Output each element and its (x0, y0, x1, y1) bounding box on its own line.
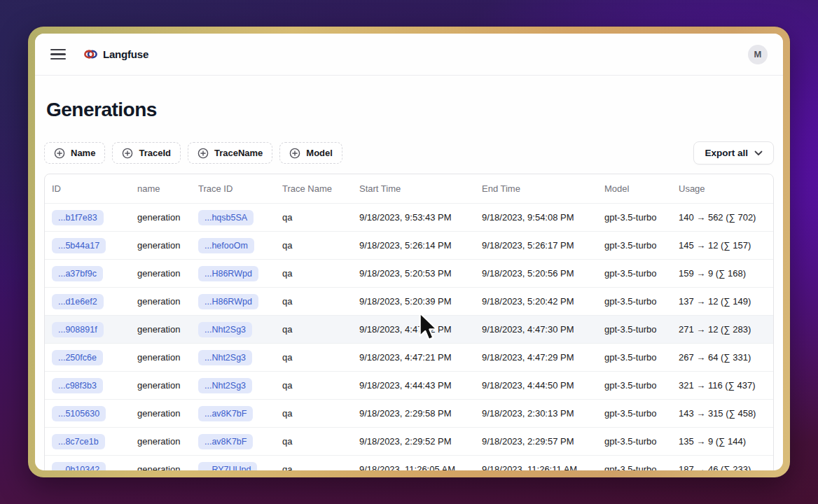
filter-label: TraceId (139, 148, 171, 158)
trace-id-link[interactable]: ...H86RWpd (198, 294, 258, 309)
filter-label: TraceName (214, 148, 263, 158)
table-row[interactable]: ...908891fgeneration...Nht2Sg3qa9/18/202… (45, 315, 773, 343)
table-row[interactable]: ...a37bf9cgeneration...H86RWpdqa9/18/202… (45, 259, 773, 287)
cell-usage: 187 → 46 (∑ 233) (672, 464, 773, 470)
cell-trace_name: qa (275, 212, 352, 223)
cell-usage: 267 → 64 (∑ 331) (672, 352, 773, 363)
column-header-start_time: Start Time (352, 183, 475, 194)
menu-icon[interactable] (50, 49, 66, 60)
generation-id-link[interactable]: ...0b10342 (52, 462, 106, 471)
cell-trace_id: ...Nht2Sg3 (191, 350, 275, 365)
cell-model: gpt-3.5-turbo (597, 212, 672, 223)
cell-id: ...0b10342 (45, 462, 130, 471)
cell-trace_id: ...H86RWpd (191, 266, 275, 281)
user-avatar[interactable]: M (748, 45, 768, 64)
column-header-id: ID (45, 183, 130, 194)
cell-trace_id: ...RY7UUpd (191, 462, 275, 471)
export-all-button[interactable]: Export all (693, 141, 774, 164)
table-header-row: IDnameTrace IDTrace NameStart TimeEnd Ti… (45, 174, 773, 203)
table-row[interactable]: ...0b10342generation...RY7UUpdqa9/18/202… (45, 455, 773, 470)
trace-id-link[interactable]: ...RY7UUpd (198, 462, 257, 471)
filter-button-model[interactable]: Model (279, 142, 342, 164)
cell-end_time: 9/18/2023, 2:29:57 PM (475, 436, 597, 447)
plus-circle-icon (289, 148, 300, 159)
filter-label: Name (71, 148, 95, 158)
app-window-frame: Langfuse M Generations NameTraceIdTraceN… (28, 27, 790, 477)
cell-id: ...c98f3b3 (45, 378, 130, 393)
cell-trace_id: ...hqsb5SA (191, 210, 275, 225)
filter-button-name[interactable]: Name (44, 142, 105, 164)
generation-id-link[interactable]: ...5b44a17 (52, 238, 106, 253)
cell-trace_id: ...hefooOm (191, 238, 275, 253)
cell-end_time: 9/18/2023, 5:20:42 PM (475, 296, 597, 307)
cell-trace_name: qa (275, 436, 352, 447)
trace-id-link[interactable]: ...av8K7bF (198, 406, 253, 421)
trace-id-link[interactable]: ...H86RWpd (198, 266, 258, 281)
cell-start_time: 9/18/2023, 4:47:22 PM (352, 324, 475, 335)
cell-id: ...d1e6ef2 (45, 294, 130, 309)
table-row[interactable]: ...5b44a17generation...hefooOmqa9/18/202… (45, 231, 773, 259)
cell-trace_name: qa (275, 296, 352, 307)
table-row[interactable]: ...5105630generation...av8K7bFqa9/18/202… (45, 399, 773, 427)
page-title: Generations (44, 98, 774, 122)
cell-end_time: 9/18/2023, 11:26:11 AM (475, 464, 597, 470)
cell-end_time: 9/18/2023, 2:30:13 PM (475, 408, 597, 419)
cell-start_time: 9/18/2023, 2:29:58 PM (352, 408, 475, 419)
generation-id-link[interactable]: ...d1e6ef2 (52, 294, 104, 309)
trace-id-link[interactable]: ...hqsb5SA (198, 210, 254, 225)
cell-usage: 140 → 562 (∑ 702) (672, 212, 773, 223)
generation-id-link[interactable]: ...b1f7e83 (52, 210, 104, 225)
table-row[interactable]: ...c98f3b3generation...Nht2Sg3qa9/18/202… (45, 371, 773, 399)
chevron-down-icon (754, 150, 763, 156)
column-header-name: name (130, 183, 191, 194)
cell-name: generation (130, 436, 191, 447)
generation-id-link[interactable]: ...8c7ce1b (52, 434, 105, 449)
cell-start_time: 9/18/2023, 5:20:39 PM (352, 296, 475, 307)
generation-id-link[interactable]: ...5105630 (52, 406, 106, 421)
table-row[interactable]: ...8c7ce1bgeneration...av8K7bFqa9/18/202… (45, 427, 773, 455)
cell-start_time: 9/18/2023, 4:44:43 PM (352, 380, 475, 391)
table-row[interactable]: ...b1f7e83generation...hqsb5SAqa9/18/202… (45, 203, 773, 231)
cell-trace_name: qa (275, 408, 352, 419)
cell-model: gpt-3.5-turbo (597, 240, 672, 251)
filter-button-tracename[interactable]: TraceName (188, 142, 272, 164)
cell-trace_name: qa (275, 240, 352, 251)
export-all-label: Export all (705, 148, 748, 158)
trace-id-link[interactable]: ...av8K7bF (198, 434, 253, 449)
plus-circle-icon (122, 148, 133, 159)
cell-id: ...250fc6e (45, 350, 130, 365)
cell-trace_id: ...av8K7bF (191, 434, 275, 449)
column-header-usage: Usage (672, 183, 773, 194)
cell-trace_name: qa (275, 380, 352, 391)
generations-table: IDnameTrace IDTrace NameStart TimeEnd Ti… (44, 174, 774, 470)
filter-button-traceid[interactable]: TraceId (112, 142, 181, 164)
table-row[interactable]: ...d1e6ef2generation...H86RWpdqa9/18/202… (45, 287, 773, 315)
generation-id-link[interactable]: ...a37bf9c (52, 266, 103, 281)
cell-model: gpt-3.5-turbo (597, 464, 672, 470)
cell-name: generation (130, 408, 191, 419)
cell-model: gpt-3.5-turbo (597, 436, 672, 447)
cell-end_time: 9/18/2023, 4:44:50 PM (475, 380, 597, 391)
trace-id-link[interactable]: ...Nht2Sg3 (198, 378, 252, 393)
page-content: Generations NameTraceIdTraceNameModel Ex… (35, 76, 783, 470)
cell-usage: 137 → 12 (∑ 149) (672, 296, 773, 307)
top-navbar: Langfuse M (35, 34, 783, 76)
trace-id-link[interactable]: ...Nht2Sg3 (198, 350, 252, 365)
cell-trace_name: qa (275, 324, 352, 335)
brand[interactable]: Langfuse (84, 48, 148, 60)
cell-trace_id: ...Nht2Sg3 (191, 378, 275, 393)
trace-id-link[interactable]: ...hefooOm (198, 238, 254, 253)
trace-id-link[interactable]: ...Nht2Sg3 (198, 322, 252, 337)
cell-trace_id: ...H86RWpd (191, 294, 275, 309)
cell-trace_name: qa (275, 352, 352, 363)
table-row[interactable]: ...250fc6egeneration...Nht2Sg3qa9/18/202… (45, 343, 773, 371)
plus-circle-icon (197, 148, 209, 159)
cell-id: ...908891f (45, 322, 130, 337)
generation-id-link[interactable]: ...250fc6e (52, 350, 103, 365)
generation-id-link[interactable]: ...908891f (52, 322, 104, 337)
brand-name: Langfuse (103, 48, 148, 60)
generation-id-link[interactable]: ...c98f3b3 (52, 378, 103, 393)
cell-usage: 271 → 12 (∑ 283) (672, 324, 773, 335)
cell-model: gpt-3.5-turbo (597, 408, 672, 419)
cell-end_time: 9/18/2023, 5:20:56 PM (475, 268, 597, 279)
